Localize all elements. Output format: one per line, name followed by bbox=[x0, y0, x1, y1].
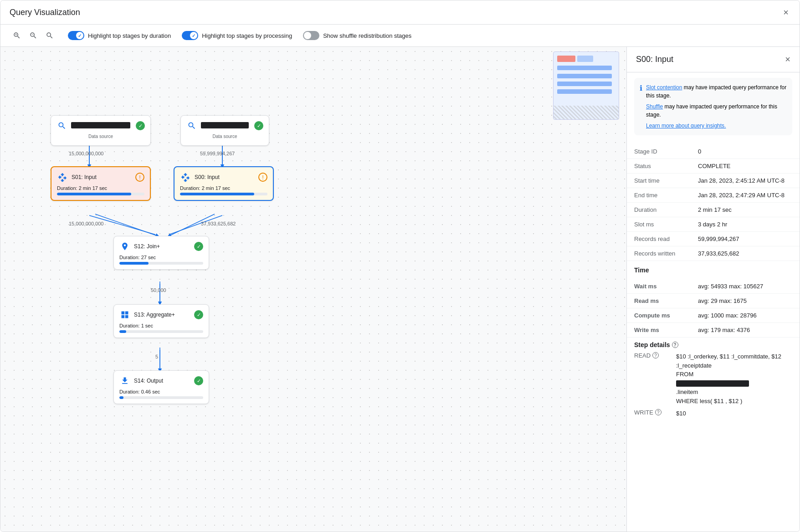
s13-header-left: S13: Aggregate+ bbox=[119, 309, 175, 320]
row-stage-id: Stage ID 0 bbox=[627, 144, 800, 159]
s12-header: S12: Join+ ✓ bbox=[119, 241, 203, 252]
s01-icon bbox=[57, 172, 68, 183]
s00-name: S00: Input bbox=[195, 174, 220, 180]
edge-label-ds2-s00: 59,999,994,267 bbox=[200, 151, 235, 156]
s13-duration: Duration: 1 sec bbox=[119, 323, 203, 328]
slot-contention-link[interactable]: Slot contention bbox=[646, 84, 682, 91]
s01-header: S01: Input ! bbox=[57, 172, 144, 183]
minimap-node4 bbox=[557, 74, 612, 78]
row-records-read: Records read 59,999,994,267 bbox=[627, 232, 800, 246]
toolbar: Highlight top stages by duration Highlig… bbox=[0, 25, 800, 47]
toggle-shuffle-label: Show shuffle redistribution stages bbox=[323, 32, 411, 39]
step-write-value: $10 bbox=[676, 409, 792, 418]
toggle-processing-group: Highlight top stages by processing bbox=[182, 31, 292, 40]
s00-progress-fill bbox=[180, 193, 254, 195]
value-start-time: Jan 28, 2023, 2:45:12 AM UTC-8 bbox=[691, 174, 800, 188]
minimap-node1 bbox=[557, 56, 575, 62]
s12-name: S12: Join+ bbox=[134, 243, 160, 250]
write-help-icon[interactable]: ? bbox=[655, 409, 662, 415]
toggle-duration-group: Highlight top stages by duration bbox=[68, 31, 171, 40]
label-wait-ms: Wait ms bbox=[627, 279, 691, 294]
value-records-written: 37,933,625,682 bbox=[691, 246, 800, 261]
s14-progress-fill bbox=[119, 396, 123, 399]
toggle-processing[interactable] bbox=[182, 31, 198, 40]
s13-icon bbox=[119, 309, 130, 320]
info-box: ℹ Slot contention may have impacted quer… bbox=[634, 78, 792, 135]
panel-close-button[interactable]: × bbox=[785, 54, 790, 65]
edge-label-s01-s12: 15,000,000,000 bbox=[69, 221, 103, 226]
zoom-reset-button[interactable] bbox=[42, 28, 57, 43]
edge-label-s00-s12: 37,933,625,682 bbox=[201, 221, 236, 226]
label-status: Status bbox=[627, 159, 691, 174]
info-icon: ℹ bbox=[640, 84, 642, 130]
row-end-time: End time Jan 28, 2023, 2:47:29 AM UTC-8 bbox=[627, 188, 800, 203]
s00-header-left: S00: Input bbox=[180, 172, 220, 183]
s12-progress-fill bbox=[119, 262, 149, 265]
s13-progress bbox=[119, 330, 203, 333]
node-s13[interactable]: S13: Aggregate+ ✓ Duration: 1 sec bbox=[113, 304, 209, 338]
app-window: Query Visualization × Highlight top stag… bbox=[0, 0, 800, 532]
read-label: READ bbox=[634, 352, 651, 359]
s00-status: ! bbox=[258, 173, 267, 182]
minimap[interactable] bbox=[553, 51, 619, 120]
s00-header: S00: Input ! bbox=[180, 172, 267, 183]
node-s12[interactable]: S12: Join+ ✓ Duration: 27 sec bbox=[113, 236, 209, 270]
datasource2-header-left bbox=[186, 120, 249, 131]
step-details-section: Step details ? READ ? $10 :l_orderkey, $… bbox=[627, 338, 800, 425]
window-close-button[interactable]: × bbox=[781, 6, 790, 19]
datasource1-icon bbox=[56, 120, 67, 131]
s13-status: ✓ bbox=[194, 310, 203, 319]
node-s14[interactable]: S14: Output ✓ Duration: 0.46 sec bbox=[113, 370, 209, 404]
datasource2-bar bbox=[201, 122, 249, 128]
s01-header-left: S01: Input bbox=[57, 172, 97, 183]
panel-title: S00: Input bbox=[636, 55, 673, 64]
s14-progress bbox=[119, 396, 203, 399]
zoom-out-button[interactable] bbox=[26, 28, 41, 43]
s00-duration: Duration: 2 min 17 sec bbox=[180, 185, 267, 191]
s14-icon bbox=[119, 375, 130, 386]
s14-name: S14: Output bbox=[134, 378, 163, 384]
label-start-time: Start time bbox=[627, 174, 691, 188]
value-records-read: 59,999,994,267 bbox=[691, 232, 800, 246]
shuffle-link[interactable]: Shuffle bbox=[646, 103, 663, 110]
step-details-help-icon[interactable]: ? bbox=[672, 342, 678, 348]
minimap-node6 bbox=[557, 89, 612, 94]
s12-duration: Duration: 27 sec bbox=[119, 255, 203, 260]
row-records-written: Records written 37,933,625,682 bbox=[627, 246, 800, 261]
shuffle-text: may have impacted query performance for … bbox=[646, 103, 777, 118]
step-details-header: Step details ? bbox=[634, 341, 792, 348]
value-read-ms: avg: 29 max: 1675 bbox=[691, 294, 800, 308]
zoom-in-button[interactable] bbox=[10, 28, 24, 43]
s00-icon bbox=[180, 172, 191, 183]
panel-header: S00: Input × bbox=[627, 47, 800, 72]
step-write-row: WRITE ? $10 bbox=[634, 409, 792, 418]
node-s00[interactable]: S00: Input ! Duration: 2 min 17 sec bbox=[174, 166, 274, 201]
graph-area[interactable]: 15,000,000,000 59,999,994,267 15,000,000… bbox=[0, 47, 626, 532]
read-help-icon[interactable]: ? bbox=[652, 352, 659, 358]
learn-more-link[interactable]: Learn more about query insights. bbox=[646, 123, 726, 129]
node-datasource1[interactable]: ✓ Data source bbox=[51, 115, 151, 146]
row-slot-ms: Slot ms 3 days 2 hr bbox=[627, 217, 800, 232]
toggle-shuffle[interactable] bbox=[303, 31, 319, 40]
step-details-label: Step details bbox=[634, 341, 670, 348]
edge-label-ds1-s01: 15,000,000,000 bbox=[69, 151, 103, 156]
toggle-duration[interactable] bbox=[68, 31, 84, 40]
s14-header: S14: Output ✓ bbox=[119, 375, 203, 386]
toggle-shuffle-group: Show shuffle redistribution stages bbox=[303, 31, 411, 40]
step-write-key: WRITE ? bbox=[634, 409, 671, 418]
minimap-node2 bbox=[577, 56, 593, 62]
s13-header: S13: Aggregate+ ✓ bbox=[119, 309, 203, 320]
value-end-time: Jan 28, 2023, 2:47:29 AM UTC-8 bbox=[691, 188, 800, 203]
node-datasource2[interactable]: ✓ Data source bbox=[180, 115, 269, 146]
value-wait-ms: avg: 54933 max: 105627 bbox=[691, 279, 800, 294]
node-s01[interactable]: S01: Input ! Duration: 2 min 17 sec bbox=[51, 166, 151, 201]
minimap-inner bbox=[554, 52, 619, 119]
s13-progress-fill bbox=[119, 330, 126, 333]
time-section-header: Time bbox=[627, 261, 800, 276]
datasource1-bar bbox=[71, 122, 130, 128]
window-title: Query Visualization bbox=[10, 8, 80, 17]
row-duration: Duration 2 min 17 sec bbox=[627, 203, 800, 217]
s01-progress bbox=[57, 193, 144, 195]
label-compute-ms: Compute ms bbox=[627, 308, 691, 323]
value-compute-ms: avg: 1000 max: 28796 bbox=[691, 308, 800, 323]
